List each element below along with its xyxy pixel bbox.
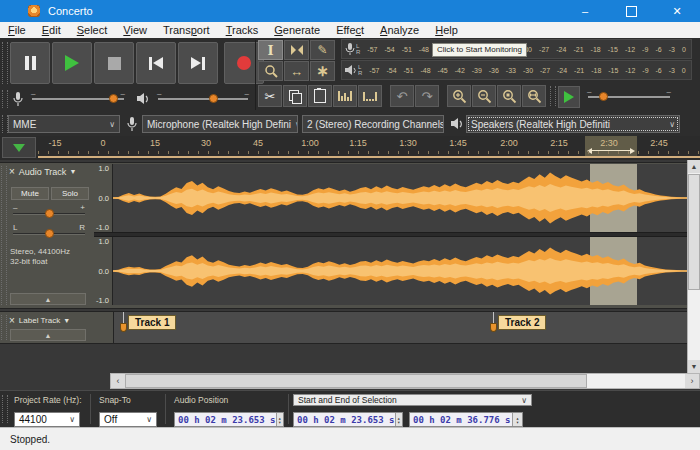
paste-button[interactable] bbox=[308, 85, 332, 107]
pan-slider[interactable]: L R bbox=[13, 227, 85, 239]
spinner-icon[interactable]: ▴▾ bbox=[276, 413, 283, 426]
vertical-ruler-ch1[interactable]: 1.00.0-1.0 bbox=[94, 164, 113, 232]
selection-toolbar-grip[interactable] bbox=[2, 395, 8, 423]
scroll-left-icon[interactable]: ‹ bbox=[111, 374, 125, 388]
recording-channels-select[interactable]: 2 (Stereo) Recording Channels∨ bbox=[302, 115, 444, 133]
recording-volume-slider[interactable]: – – bbox=[32, 98, 124, 101]
redo-button[interactable]: ↷ bbox=[415, 85, 439, 107]
cut-button[interactable]: ✂ bbox=[258, 85, 282, 107]
menu-tracks[interactable]: Tracks bbox=[218, 23, 267, 37]
selection-range-mode-select[interactable]: Start and End of Selection∨ bbox=[293, 394, 532, 406]
timeline-options-button[interactable] bbox=[2, 137, 36, 158]
close-track-button[interactable]: × bbox=[9, 166, 16, 177]
undo-button[interactable]: ↶ bbox=[390, 85, 414, 107]
menu-effect[interactable]: Effect bbox=[328, 23, 372, 37]
menu-help[interactable]: Help bbox=[427, 23, 466, 37]
track-panel-grip[interactable] bbox=[1, 166, 7, 305]
minimize-button[interactable]: – bbox=[562, 0, 608, 22]
mute-button[interactable]: Mute bbox=[11, 187, 49, 200]
audio-track-panel[interactable]: × Audio Track ▼ Mute Solo – + L R bbox=[0, 163, 94, 308]
maximize-button[interactable] bbox=[608, 0, 654, 22]
horizontal-scrollbar[interactable]: ‹ › bbox=[110, 373, 700, 389]
silence-audio-button[interactable] bbox=[358, 85, 382, 107]
gain-slider[interactable]: – + bbox=[13, 207, 85, 219]
scroll-up-icon[interactable]: ▲ bbox=[688, 160, 700, 173]
selection-start-field[interactable]: 00 h 02 m 23.653 s ▴▾ bbox=[293, 412, 403, 427]
scroll-down-icon[interactable]: ▼ bbox=[688, 360, 700, 373]
meter-scale-tick: -3 bbox=[669, 46, 675, 53]
pan-thumb[interactable] bbox=[45, 229, 54, 238]
track-title[interactable]: Label Track bbox=[19, 316, 60, 325]
menu-select[interactable]: Select bbox=[69, 23, 116, 37]
spinner-icon[interactable]: ▴▾ bbox=[395, 413, 402, 426]
menu-view[interactable]: View bbox=[115, 23, 155, 37]
horizontal-scroll-thumb[interactable] bbox=[125, 374, 587, 388]
vertical-scrollbar[interactable]: ▲ ▼ bbox=[687, 160, 700, 373]
recording-device-select[interactable]: Microphone (Realtek High Defini∨ bbox=[142, 115, 298, 133]
play-at-speed-grip[interactable] bbox=[550, 86, 556, 106]
audio-host-select[interactable]: MME∨ bbox=[8, 115, 120, 133]
track-menu-caret-icon[interactable]: ▼ bbox=[69, 168, 76, 175]
menu-edit[interactable]: Edit bbox=[34, 23, 69, 37]
fit-project-button[interactable] bbox=[522, 85, 546, 107]
zoom-tool-button[interactable] bbox=[258, 61, 283, 81]
pause-button[interactable] bbox=[10, 42, 50, 84]
recording-volume-thumb[interactable] bbox=[109, 94, 118, 103]
track-menu-caret-icon[interactable]: ▼ bbox=[63, 317, 70, 324]
vertical-ruler-ch2[interactable]: 1.00.0-1.0 bbox=[94, 237, 113, 305]
playback-meter[interactable]: LR -57-54-51-48-45-42-39-36-33-30-27-24-… bbox=[341, 60, 692, 80]
multi-tool-button[interactable]: ∗ bbox=[310, 61, 335, 81]
playback-device-select[interactable]: Speakers (Realtek High Definiti∨ bbox=[466, 115, 680, 133]
play-speed-thumb[interactable] bbox=[599, 92, 608, 101]
play-speed-slider[interactable]: – – bbox=[588, 96, 670, 99]
spinner-icon[interactable]: ▴▾ bbox=[512, 413, 522, 426]
skip-to-start-button[interactable] bbox=[136, 42, 176, 84]
play-button[interactable] bbox=[52, 42, 92, 84]
amplitude-ruler-label: 1.0 bbox=[99, 164, 109, 173]
menu-analyze[interactable]: Analyze bbox=[372, 23, 427, 37]
close-track-button[interactable]: × bbox=[9, 315, 16, 326]
label-track-panel[interactable]: × Label Track ▼ ▲ bbox=[0, 312, 94, 343]
playback-volume-thumb[interactable] bbox=[209, 94, 218, 103]
label-marker-icon[interactable] bbox=[120, 323, 127, 332]
track-panel-grip[interactable] bbox=[1, 315, 7, 340]
scroll-right-icon[interactable]: › bbox=[685, 374, 699, 388]
timeshift-tool-button[interactable]: ↔ bbox=[284, 61, 309, 81]
solo-button[interactable]: Solo bbox=[51, 187, 89, 200]
vertical-scroll-thumb[interactable] bbox=[688, 174, 700, 290]
copy-button[interactable] bbox=[283, 85, 307, 107]
trim-audio-button[interactable] bbox=[333, 85, 357, 107]
transport-toolbar-grip[interactable] bbox=[2, 42, 8, 84]
collapse-track-button[interactable]: ▲ bbox=[10, 293, 86, 305]
label-track-lane[interactable]: Track 1Track 2 bbox=[113, 312, 688, 343]
zoom-in-button[interactable] bbox=[447, 85, 471, 107]
menu-file[interactable]: File bbox=[0, 23, 34, 37]
monitoring-tooltip[interactable]: Click to Start Monitoring bbox=[432, 43, 527, 57]
menu-generate[interactable]: Generate bbox=[266, 23, 328, 37]
snap-to-select[interactable]: Off∨ bbox=[99, 412, 157, 427]
audio-position-field[interactable]: 00 h 02 m 23.653 s ▴▾ bbox=[174, 412, 284, 427]
close-button[interactable]: ✕ bbox=[654, 0, 700, 22]
timeline-scale[interactable]: -1501530451:001:151:301:452:002:152:302:… bbox=[38, 136, 700, 159]
project-rate-select[interactable]: 44100∨ bbox=[14, 412, 80, 427]
waveform-channel-1[interactable] bbox=[113, 164, 687, 232]
zoom-out-button[interactable] bbox=[472, 85, 496, 107]
gain-thumb[interactable] bbox=[45, 209, 54, 218]
collapse-track-button[interactable]: ▲ bbox=[10, 329, 86, 341]
envelope-tool-button[interactable] bbox=[284, 40, 309, 60]
playback-volume-slider[interactable]: – – bbox=[158, 98, 248, 101]
label-text[interactable]: Track 2 bbox=[498, 315, 546, 330]
menu-transport[interactable]: Transport bbox=[155, 23, 218, 37]
play-at-speed-button[interactable] bbox=[558, 86, 580, 108]
stop-button[interactable] bbox=[94, 42, 134, 84]
selection-tool-button[interactable]: I bbox=[258, 40, 283, 60]
fit-selection-button[interactable] bbox=[497, 85, 521, 107]
draw-tool-button[interactable]: ✎ bbox=[310, 40, 335, 60]
waveform-channel-2[interactable] bbox=[113, 237, 687, 305]
selection-end-field[interactable]: 00 h 02 m 36.776 s ▴▾ bbox=[409, 412, 523, 427]
mixer-toolbar-grip[interactable] bbox=[2, 90, 8, 108]
label-text[interactable]: Track 1 bbox=[128, 315, 176, 330]
label-marker-icon[interactable] bbox=[490, 323, 497, 332]
skip-to-end-button[interactable] bbox=[178, 42, 218, 84]
track-title[interactable]: Audio Track bbox=[19, 167, 67, 177]
